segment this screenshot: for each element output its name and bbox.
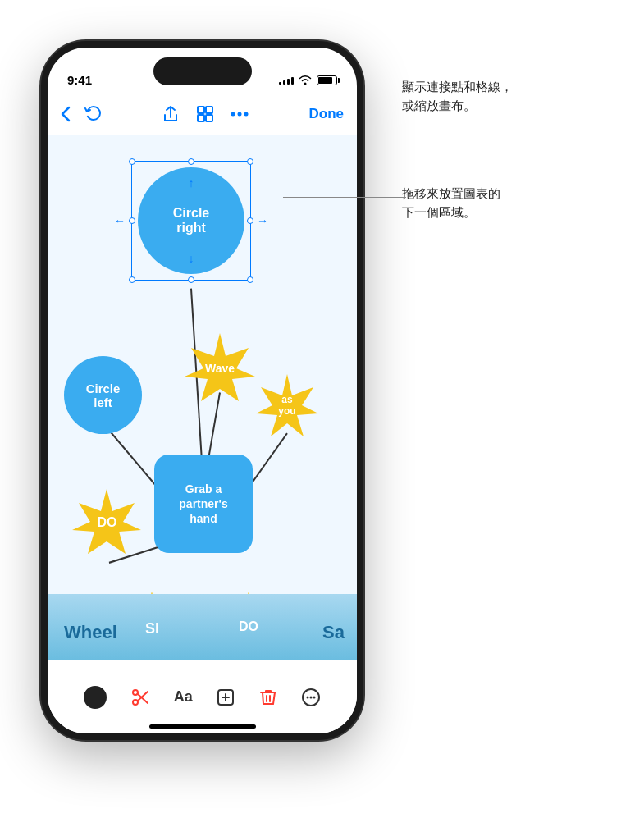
battery-icon xyxy=(317,75,337,85)
toolbar-left xyxy=(61,105,102,123)
overflow-right-text: Sa xyxy=(322,622,345,643)
handle-middle-right[interactable] xyxy=(247,217,253,224)
svg-rect-3 xyxy=(206,115,212,121)
si-label: SI xyxy=(145,620,159,637)
done-button[interactable]: Done xyxy=(309,106,345,122)
annotation-line-top xyxy=(263,107,406,107)
annotation-top: 顯示連接點和格線， 或縮放畫布。 xyxy=(402,78,607,115)
svg-point-5 xyxy=(238,112,242,117)
wifi-icon xyxy=(299,74,312,87)
home-indicator xyxy=(149,724,256,729)
back-button[interactable] xyxy=(61,106,71,122)
grab-partner-node[interactable]: Grab a partner's hand xyxy=(154,455,253,553)
font-button[interactable]: Aa xyxy=(174,688,193,706)
arrow-right[interactable]: → xyxy=(257,214,268,227)
do-left-node[interactable]: DO xyxy=(72,487,142,557)
svg-line-17 xyxy=(137,692,148,701)
signal-bar-2 xyxy=(283,80,285,85)
dot-button[interactable] xyxy=(84,686,107,709)
svg-line-16 xyxy=(137,693,148,703)
svg-point-24 xyxy=(306,696,308,698)
handle-middle-left[interactable] xyxy=(129,217,135,224)
more-options-icon xyxy=(301,688,321,707)
svg-rect-1 xyxy=(206,107,212,113)
annotation-line-middle xyxy=(283,197,406,198)
more-options-button[interactable] xyxy=(301,688,321,707)
scissors-button[interactable] xyxy=(130,688,150,707)
as-you-label: as you xyxy=(278,394,295,417)
svg-rect-2 xyxy=(198,115,204,121)
phone-frame: 9:41 xyxy=(41,41,363,740)
arrow-left[interactable]: ← xyxy=(114,214,126,227)
circle-left-label: Circle left xyxy=(86,382,121,409)
trash-button[interactable] xyxy=(259,688,277,707)
bottom-toolbar: Aa xyxy=(48,660,357,733)
add-shape-button[interactable] xyxy=(216,688,235,707)
handle-top-left[interactable] xyxy=(129,158,135,165)
svg-point-25 xyxy=(309,696,312,698)
signal-bar-3 xyxy=(287,79,290,85)
trash-icon xyxy=(259,688,277,707)
circle-left-node[interactable]: Circle left xyxy=(64,356,142,434)
toolbar-right: Done xyxy=(309,106,345,122)
handle-bottom-left[interactable] xyxy=(129,276,135,283)
grid-button[interactable] xyxy=(196,105,214,123)
circle-right-label: Circle right xyxy=(173,206,209,235)
circle-dot-icon xyxy=(84,686,107,709)
do-left-label: DO xyxy=(98,515,117,530)
status-icons xyxy=(279,74,337,87)
more-button[interactable] xyxy=(231,112,249,117)
overflow-area: Wheel Sa xyxy=(48,594,357,660)
signal-bar-4 xyxy=(291,77,294,85)
add-shape-icon xyxy=(216,688,235,707)
annotation-middle: 拖移來放置圖表的 下一個區域。 xyxy=(402,185,599,222)
handle-bottom-right[interactable] xyxy=(247,276,253,283)
svg-point-6 xyxy=(244,112,249,117)
battery-fill xyxy=(318,77,332,84)
overflow-left-text: Wheel xyxy=(64,622,117,643)
svg-rect-0 xyxy=(198,107,204,113)
canvas-area[interactable]: Circle right ↑ ↓ ← → Circle left xyxy=(48,135,357,660)
toolbar-center xyxy=(162,105,249,123)
wave-label: Wave xyxy=(205,362,235,375)
handle-top-middle[interactable] xyxy=(188,158,194,165)
share-button[interactable] xyxy=(162,105,180,123)
signal-bar-1 xyxy=(279,82,281,85)
handle-bottom-middle[interactable] xyxy=(188,276,194,283)
svg-point-4 xyxy=(231,112,235,117)
toolbar: Done xyxy=(48,94,357,135)
grab-partner-label: Grab a partner's hand xyxy=(179,482,227,527)
circle-right-node[interactable]: Circle right xyxy=(138,167,244,274)
scissors-icon xyxy=(130,688,150,707)
do-right-label: DO xyxy=(239,619,258,634)
svg-point-26 xyxy=(313,696,315,698)
status-time: 9:41 xyxy=(67,73,92,87)
font-aa-label: Aa xyxy=(174,688,193,706)
wave-node[interactable]: Wave xyxy=(183,331,257,405)
svg-line-10 xyxy=(249,433,287,487)
undo-button[interactable] xyxy=(84,105,102,123)
dynamic-island xyxy=(153,57,252,85)
as-you-node[interactable]: as you xyxy=(254,372,320,438)
signal-icon xyxy=(279,77,294,85)
handle-top-right[interactable] xyxy=(247,158,253,165)
